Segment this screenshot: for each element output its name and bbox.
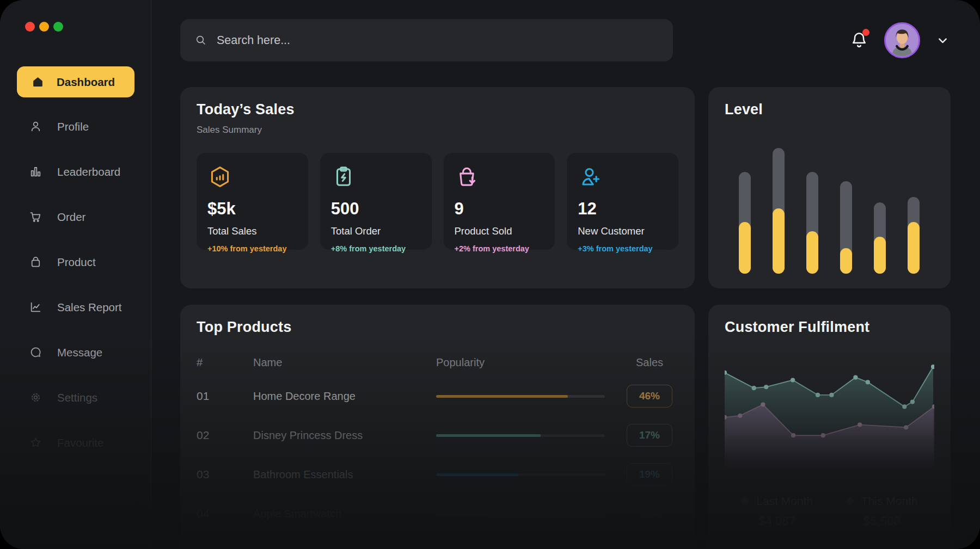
legend-label: Service: [866, 287, 903, 288]
data-point: [931, 365, 934, 369]
notification-badge: [862, 29, 869, 36]
search-input[interactable]: [216, 33, 659, 48]
bag-icon: [28, 255, 42, 269]
stat-card-new-customer: 12New Customer+3% from yesterday: [567, 153, 678, 250]
bag-down-icon: [455, 164, 544, 189]
stat-value: 9: [455, 199, 544, 219]
data-point: [904, 425, 908, 429]
data-point: [761, 402, 765, 406]
popularity-bar-fill: [436, 434, 541, 437]
data-point: [853, 375, 857, 380]
table-row: 03Bathroom Essentials19%: [197, 455, 678, 494]
minimize-window-button[interactable]: [39, 22, 49, 32]
sidebar-item-favourite[interactable]: Favourite: [17, 420, 134, 465]
sidebar-item-settings[interactable]: Settings: [17, 375, 134, 420]
volume-bar-segment: [908, 222, 920, 274]
close-window-button[interactable]: [25, 22, 35, 32]
sidebar-item-leaderboard[interactable]: Leaderboard: [17, 149, 134, 194]
search-bar[interactable]: [180, 19, 673, 61]
sidebar-item-order[interactable]: Order: [17, 194, 134, 239]
sidebar-item-label: Leaderboard: [57, 165, 120, 178]
legend-value: $4,087: [759, 514, 795, 528]
legend-volume: Volume: [725, 287, 832, 288]
window-controls: [25, 22, 151, 32]
table-row: 02Disney Princess Dress17%: [197, 416, 678, 455]
sidebar-item-message[interactable]: Message: [17, 330, 134, 375]
todays-sales-title: Today’s Sales: [197, 101, 678, 118]
topbar: [151, 0, 980, 61]
legend-label: This Month: [861, 495, 918, 508]
fulfilment-area-chart: [725, 351, 934, 480]
search-icon: [194, 34, 207, 47]
table-row: 04Apple Smartwatch29%: [197, 494, 678, 533]
stat-value: $5k: [207, 199, 297, 219]
customer-fulfilment-title: Customer Fulfilment: [725, 319, 934, 336]
stat-label: Product Sold: [455, 225, 544, 237]
star-icon: [28, 436, 42, 450]
sidebar-item-label: Profile: [57, 120, 89, 133]
sales-badge: 17%: [627, 424, 672, 447]
volume-bar-segment: [806, 231, 818, 274]
todays-sales-card: Today’s Sales Sales Summary $5kTotal Sal…: [180, 87, 695, 288]
data-point: [738, 414, 742, 418]
sidebar-item-product[interactable]: Product: [17, 239, 134, 285]
stat-delta: +8% from yesterday: [331, 244, 421, 253]
volume-bar-segment: [874, 237, 886, 274]
sales-badge: 19%: [627, 463, 672, 486]
data-point: [829, 393, 834, 397]
chevron-down-icon[interactable]: [935, 33, 950, 48]
user-plus-icon: [578, 164, 667, 189]
sales-badge: 46%: [627, 385, 672, 408]
legend-label: Last Month: [756, 495, 813, 508]
sidebar-item-label: Sales Report: [57, 301, 122, 314]
sidebar-item-profile[interactable]: Profile: [17, 104, 134, 149]
stat-value: 12: [578, 199, 667, 219]
sidebar-item-sales-report[interactable]: Sales Report: [17, 285, 134, 330]
user-avatar[interactable]: [884, 22, 920, 58]
sales-badge: 29%: [627, 502, 672, 525]
level-bar: [739, 172, 751, 274]
popularity-bar: [436, 473, 605, 476]
row-number: 04: [197, 507, 244, 520]
cart-icon: [28, 210, 42, 224]
level-title: Level: [725, 101, 934, 118]
legend-label: Volume: [764, 287, 800, 288]
level-bar-chart: [725, 137, 934, 274]
app-window: DashboardProfileLeaderboardOrderProductS…: [0, 0, 980, 549]
stat-card-total-sales: $5kTotal Sales+10% from yesterday: [197, 153, 308, 250]
gear-icon: [28, 391, 42, 405]
avatar-image: [886, 24, 918, 57]
col-header-name: Name: [253, 356, 427, 369]
home-icon: [30, 75, 45, 89]
data-point: [821, 433, 825, 437]
fulfilment-legend: Last Month$4,087This Month$5,506: [725, 495, 934, 528]
data-point: [866, 380, 870, 384]
main-area: Today’s Sales Sales Summary $5kTotal Sal…: [151, 0, 980, 549]
sidebar-item-label: Message: [57, 346, 102, 359]
stat-card-product-sold: 9Product Sold+2% from yesterday: [444, 153, 555, 250]
zoom-window-button[interactable]: [53, 22, 63, 32]
product-name: Bathroom Essentials: [253, 468, 427, 481]
volume-bar-segment: [739, 222, 751, 274]
hex-chart-icon: [207, 164, 297, 189]
sidebar-item-dashboard[interactable]: Dashboard: [17, 66, 134, 97]
line-chart-icon: [28, 300, 42, 314]
top-products-card: Top Products # Name Popularity Sales 01H…: [180, 305, 695, 549]
level-bar: [806, 172, 818, 274]
popularity-bar-fill: [436, 395, 568, 398]
row-number: 03: [197, 468, 244, 481]
topbar-right: [849, 22, 950, 58]
volume-bar-segment: [840, 248, 852, 274]
row-number: 01: [197, 390, 244, 403]
col-header-popularity: Popularity: [436, 356, 612, 369]
popularity-bar: [436, 513, 605, 515]
sidebar-item-label: Product: [57, 256, 96, 269]
data-point: [791, 378, 795, 382]
level-legend: VolumeService: [725, 287, 934, 288]
sidebar-item-label: Dashboard: [57, 76, 115, 89]
stat-label: Total Sales: [207, 225, 297, 237]
notification-bell[interactable]: [849, 30, 869, 50]
stat-label: Total Order: [331, 225, 421, 237]
row-number: 02: [197, 429, 244, 442]
volume-bar-segment: [773, 208, 785, 274]
